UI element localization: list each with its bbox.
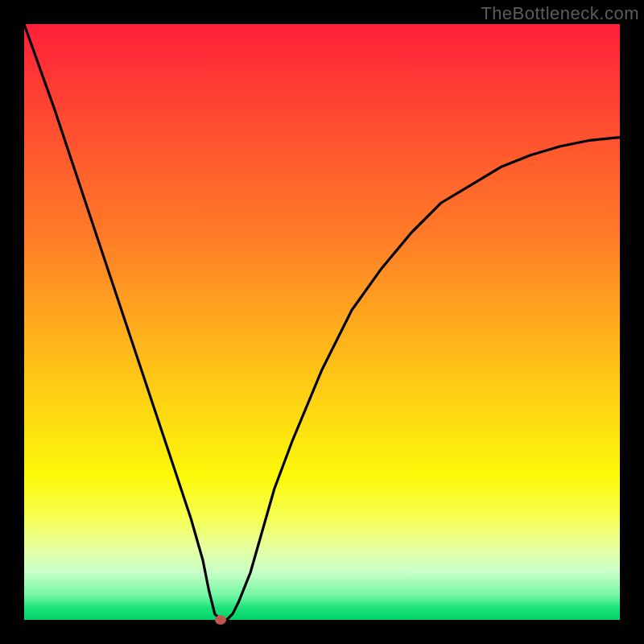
curve-svg (24, 24, 620, 620)
watermark-text: TheBottleneck.com (481, 3, 639, 24)
plot-area (24, 24, 620, 620)
chart-frame: TheBottleneck.com (0, 0, 644, 644)
curve-path (24, 24, 620, 620)
valley-marker (215, 615, 226, 625)
